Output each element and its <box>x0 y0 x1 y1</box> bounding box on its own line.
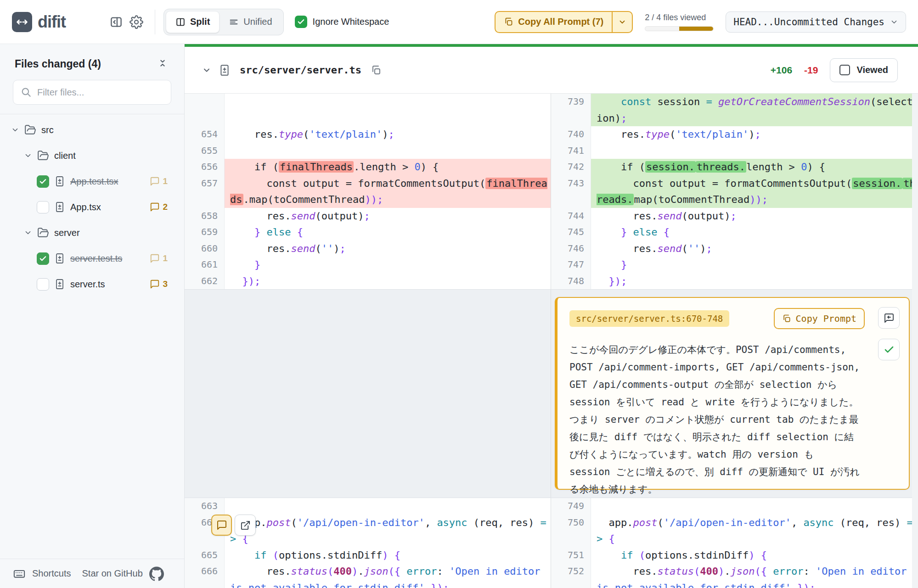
collapse-sidebar-button[interactable] <box>106 12 126 32</box>
diff-row: 654 res.type('text/plain'); <box>185 126 551 143</box>
resolve-comment-button[interactable] <box>878 339 900 360</box>
code-line: if (options.stdinDiff) { <box>225 547 551 564</box>
app-window: difit Split Unified Ignore Whitespace <box>0 0 918 588</box>
tree-folder-server[interactable]: server <box>0 220 184 246</box>
file-viewed-checkbox[interactable] <box>37 201 49 213</box>
copy-path-icon[interactable] <box>371 65 382 76</box>
line-number[interactable]: 665 <box>185 547 225 564</box>
code-line: }); <box>591 273 918 290</box>
filter-files-input[interactable] <box>13 80 171 105</box>
diff-row: 739 const session = getOrCreateCommentSe… <box>551 94 918 126</box>
add-comment-button[interactable] <box>211 515 232 536</box>
code-line: } <box>225 257 551 273</box>
comment-anchor-chip[interactable]: src/server/server.ts:670-748 <box>569 310 729 327</box>
check-icon <box>39 178 47 185</box>
line-number[interactable]: 750 <box>551 515 591 547</box>
files-changed-title: Files changed (4) <box>15 58 101 70</box>
code-line: if (finalThreads.length > 0) { <box>225 159 551 175</box>
ignore-whitespace-toggle[interactable]: Ignore Whitespace <box>295 16 389 28</box>
diff-row: 742 if (session.threads.length > 0) { <box>551 159 918 175</box>
settings-button[interactable] <box>126 12 146 32</box>
diff-row: 665 if (options.stdinDiff) { <box>185 547 551 564</box>
line-number[interactable]: 655 <box>185 143 225 159</box>
files-viewed-progressbar <box>645 26 714 31</box>
diff-row: 740 res.type('text/plain'); <box>551 126 918 143</box>
split-view-button[interactable]: Split <box>166 11 220 33</box>
line-number[interactable]: 747 <box>551 257 591 273</box>
diff-row: 741 <box>551 143 918 159</box>
tree-file-server.ts[interactable]: server.ts3 <box>0 271 184 297</box>
folder-open-icon <box>37 150 49 162</box>
panel-left-icon <box>109 15 123 29</box>
star-on-github-link[interactable]: Star on GitHub <box>82 568 142 579</box>
collapse-all-button[interactable] <box>155 56 170 72</box>
copy-all-dropdown-button[interactable] <box>612 12 632 32</box>
code-line: }); <box>225 273 551 290</box>
tree-file-server.test.ts[interactable]: server.test.ts1 <box>0 246 184 271</box>
file-viewed-checkbox[interactable] <box>37 175 49 188</box>
line-number[interactable]: 662 <box>185 273 225 290</box>
line-number[interactable]: 744 <box>551 208 591 224</box>
progress-fill <box>679 27 713 31</box>
line-number[interactable]: 740 <box>551 126 591 143</box>
line-number[interactable]: 661 <box>185 257 225 273</box>
diff-row: 745 } else { <box>551 224 918 241</box>
diff-row: 663 <box>185 498 551 515</box>
comment-bubble-icon <box>150 279 160 289</box>
diff-row: 752 res.status(400).json({ error: 'Open … <box>551 563 918 588</box>
line-number[interactable]: 751 <box>551 547 591 564</box>
copy-prompt-button[interactable]: Copy Prompt <box>774 308 865 329</box>
shortcuts-link[interactable]: Shortcuts <box>32 568 71 579</box>
open-in-editor-button[interactable] <box>235 515 256 536</box>
line-number[interactable]: 657 <box>185 175 225 208</box>
line-number[interactable]: 752 <box>551 563 591 588</box>
tree-folder-client[interactable]: client <box>0 143 184 168</box>
file-diff-icon <box>54 176 65 187</box>
line-number[interactable]: 742 <box>551 159 591 175</box>
reply-comment-button[interactable] <box>878 307 900 329</box>
check-icon <box>884 344 895 355</box>
line-number[interactable]: 739 <box>551 94 591 126</box>
diff-row: 660 res.send(''); <box>185 241 551 257</box>
code-line: app.post('/api/open-in-editor', async (r… <box>591 515 918 547</box>
diff-row: 655 <box>185 143 551 159</box>
unified-view-button[interactable]: Unified <box>220 11 281 33</box>
line-number[interactable]: 660 <box>185 241 225 257</box>
tree-folder-src[interactable]: src <box>0 117 184 143</box>
github-icon[interactable] <box>149 566 164 581</box>
diff-row: 747 } <box>551 257 918 273</box>
review-comment-box: src/server/server.ts:670-748 Copy Prompt <box>555 297 910 490</box>
line-number[interactable]: 654 <box>185 126 225 143</box>
file-diff-icon <box>219 64 231 76</box>
line-number[interactable]: 659 <box>185 224 225 241</box>
code-line <box>225 143 551 159</box>
line-number[interactable]: 743 <box>551 175 591 208</box>
chevron-down-icon <box>24 229 32 237</box>
file-name: App.tsx <box>70 202 101 213</box>
line-number[interactable]: 746 <box>551 241 591 257</box>
chevron-down-icon <box>618 18 626 26</box>
line-number[interactable]: 748 <box>551 273 591 290</box>
line-number[interactable]: 745 <box>551 224 591 241</box>
diff-range-selector[interactable]: HEAD...Uncommitted Changes <box>726 11 906 33</box>
line-number[interactable]: 666 <box>185 563 225 588</box>
comment-bubble-icon <box>150 176 160 186</box>
viewed-toggle-button[interactable]: Viewed <box>830 58 898 82</box>
chevron-down-icon[interactable] <box>202 66 211 75</box>
hunk1-right-pane: 739 const session = getOrCreateCommentSe… <box>551 94 918 289</box>
deletions-count: -19 <box>804 65 818 76</box>
code-line: const output = formatCommentsOutput(fina… <box>225 175 551 208</box>
tree-file-App.tsx[interactable]: App.tsx2 <box>0 194 184 220</box>
ignore-whitespace-label: Ignore Whitespace <box>313 17 389 27</box>
tree-file-App.test.tsx[interactable]: App.test.tsx1 <box>0 168 184 194</box>
copy-all-prompt-button[interactable]: Copy All Prompt (7) <box>496 12 612 32</box>
scrollbar-track[interactable] <box>912 94 918 588</box>
line-number[interactable]: 663 <box>185 498 225 515</box>
line-number[interactable]: 656 <box>185 159 225 175</box>
file-viewed-checkbox[interactable] <box>37 252 49 265</box>
line-number[interactable]: 741 <box>551 143 591 159</box>
line-number[interactable]: 749 <box>551 498 591 515</box>
sidebar-footer: Shortcuts Star on GitHub <box>0 559 184 588</box>
line-number[interactable]: 658 <box>185 208 225 224</box>
file-viewed-checkbox[interactable] <box>37 278 49 291</box>
